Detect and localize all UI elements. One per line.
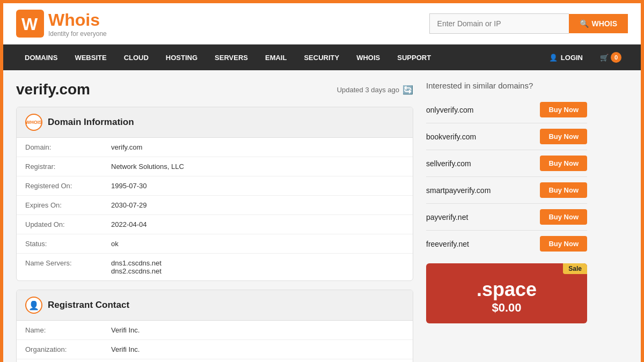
logo-icon: W (16, 10, 44, 38)
nav-item-email[interactable]: EMAIL (257, 46, 295, 69)
updated-text: Updated 3 days ago (337, 86, 399, 94)
login-label: LOGIN (561, 54, 583, 62)
table-row: Registered On: 1995-07-30 (17, 176, 413, 196)
similar-domain-row: freeverify.netBuy Now (426, 231, 587, 257)
logo-area: W Whois Identity for everyone (16, 10, 107, 38)
nav-item-whois[interactable]: WHOIS (348, 46, 389, 69)
registrant-table: Name: Verifi Inc. Organization: Verifi I… (17, 321, 413, 362)
nav-cart-button[interactable]: 🛒 0 (594, 45, 628, 70)
buy-now-button[interactable]: Buy Now (540, 129, 587, 144)
similar-domain-name: bookverify.com (426, 132, 476, 141)
row-label: Updated On: (17, 215, 103, 234)
search-icon: 🔍 (580, 19, 589, 28)
row-label: Registered On: (17, 176, 103, 196)
domain-info-title: Domain Information (48, 117, 134, 128)
row-value: 2030-07-29 (103, 196, 413, 215)
svg-text:W: W (21, 14, 38, 34)
person-card-icon: 👤 (28, 300, 39, 311)
row-label: Expires On: (17, 196, 103, 215)
nav-login-button[interactable]: 👤 LOGIN (540, 46, 591, 69)
table-row: Domain: verify.com (17, 138, 413, 157)
nav-item-servers[interactable]: SERVERS (206, 46, 257, 69)
refresh-icon[interactable]: 🔄 (402, 85, 413, 95)
header-search: 🔍 WHOIS (429, 13, 628, 34)
row-value: ok (103, 234, 413, 254)
buy-now-button[interactable]: Buy Now (540, 236, 587, 252)
buy-now-button[interactable]: Buy Now (540, 182, 587, 198)
row-label: Name Servers: (17, 254, 103, 281)
registrant-card-header: 👤 Registrant Contact (17, 290, 413, 321)
header: W Whois Identity for everyone 🔍 WHOIS (3, 3, 641, 45)
cart-icon: 🛒 (600, 54, 609, 62)
buy-now-button[interactable]: Buy Now (540, 156, 587, 171)
similar-domain-name: smartpayverify.com (426, 186, 491, 195)
table-row: Organization: Verifi Inc. (17, 340, 413, 359)
similar-domain-row: smartpayverify.comBuy Now (426, 177, 587, 204)
domain-header: verify.com Updated 3 days ago 🔄 (16, 81, 413, 98)
sale-tag: Sale (563, 263, 587, 274)
updated-info: Updated 3 days ago 🔄 (337, 85, 413, 95)
logo-whois-text: Whois (48, 10, 107, 30)
row-value: verify.com (103, 138, 413, 157)
row-value: 8391 BEVERLY BLVD STE 310 STE 310 (103, 359, 413, 363)
left-column: verify.com Updated 3 days ago 🔄 WHOIS Do… (16, 81, 413, 362)
registrant-title: Registrant Contact (48, 300, 129, 311)
table-row: Status: ok (17, 234, 413, 254)
logo-tagline-text: Identity for everyone (48, 30, 107, 38)
cart-count-badge: 0 (611, 52, 621, 63)
row-label: Organization: (17, 340, 103, 359)
domain-info-icon: WHOIS (25, 114, 42, 131)
table-row: Name: Verifi Inc. (17, 321, 413, 340)
buy-now-button[interactable]: Buy Now (540, 209, 587, 225)
table-row: Updated On: 2022-04-04 (17, 215, 413, 234)
domain-title: verify.com (16, 81, 90, 98)
row-value: Network Solutions, LLC (103, 157, 413, 176)
nav-item-cloud[interactable]: CLOUD (115, 46, 157, 69)
search-button-label: WHOIS (592, 19, 617, 28)
nav-item-domains[interactable]: DOMAINS (16, 46, 66, 69)
row-label: Street: (17, 359, 103, 363)
similar-domains-title: Interested in similar domains? (426, 81, 587, 90)
nav-item-hosting[interactable]: HOSTING (157, 46, 206, 69)
similar-domain-row: sellverify.comBuy Now (426, 150, 587, 177)
whois-badge-text: WHOIS (26, 120, 42, 125)
nav-item-security[interactable]: SECURITY (295, 46, 348, 69)
similar-domains-list: onlyverify.comBuy Nowbookverify.comBuy N… (426, 97, 587, 257)
row-value: Verifi Inc. (103, 340, 413, 359)
similar-domain-name: onlyverify.com (426, 106, 473, 114)
table-row: Name Servers: dns1.cscdns.net dns2.cscdn… (17, 254, 413, 281)
logo-text: Whois Identity for everyone (48, 10, 107, 38)
similar-domain-row: onlyverify.comBuy Now (426, 97, 587, 123)
row-label: Status: (17, 234, 103, 254)
main-content: verify.com Updated 3 days ago 🔄 WHOIS Do… (3, 70, 641, 362)
main-nav: DOMAINS WEBSITE CLOUD HOSTING SERVERS EM… (3, 45, 641, 70)
row-value: Verifi Inc. (103, 321, 413, 340)
similar-domain-row: bookverify.comBuy Now (426, 123, 587, 150)
right-column: Interested in similar domains? onlyverif… (426, 81, 587, 362)
similar-domain-name: payverify.net (426, 213, 468, 221)
similar-domain-name: sellverify.com (426, 159, 471, 168)
search-button[interactable]: 🔍 WHOIS (569, 14, 628, 33)
domain-info-card-header: WHOIS Domain Information (17, 107, 413, 138)
similar-domain-row: payverify.netBuy Now (426, 204, 587, 231)
nav-item-support[interactable]: SUPPORT (389, 46, 440, 69)
buy-now-button[interactable]: Buy Now (540, 102, 587, 117)
search-input[interactable] (429, 13, 569, 34)
registrant-contact-card: 👤 Registrant Contact Name: Verifi Inc. O… (16, 290, 413, 362)
similar-domain-name: freeverify.net (426, 240, 469, 248)
table-row: Expires On: 2030-07-29 (17, 196, 413, 215)
table-row: Street: 8391 BEVERLY BLVD STE 310 STE 31… (17, 359, 413, 363)
row-label: Registrar: (17, 157, 103, 176)
sale-banner: Sale .space $0.00 (426, 263, 587, 323)
row-label: Domain: (17, 138, 103, 157)
person-icon: 👤 (549, 54, 558, 62)
row-label: Name: (17, 321, 103, 340)
row-value: dns1.cscdns.net dns2.cscdns.net (103, 254, 413, 281)
sale-price: $0.00 (435, 301, 579, 315)
registrant-icon: 👤 (25, 297, 42, 314)
nav-right: 👤 LOGIN 🛒 0 (540, 45, 628, 70)
nav-item-website[interactable]: WEBSITE (66, 46, 115, 69)
domain-info-table: Domain: verify.com Registrar: Network So… (17, 138, 413, 280)
domain-info-card: WHOIS Domain Information Domain: verify.… (16, 107, 413, 281)
table-row: Registrar: Network Solutions, LLC (17, 157, 413, 176)
